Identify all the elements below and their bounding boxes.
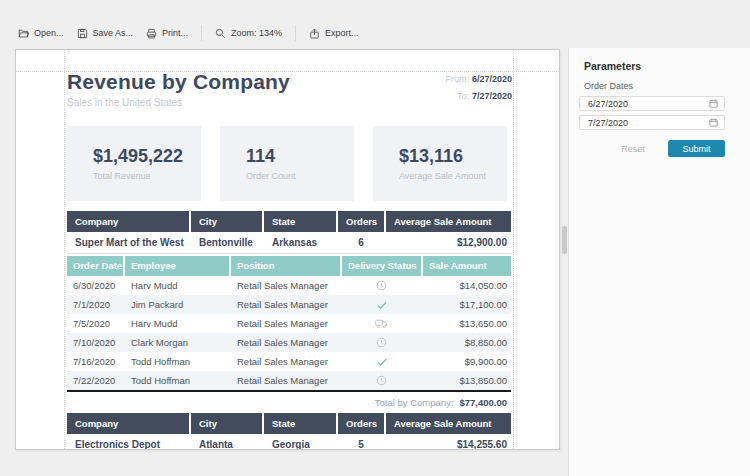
- save-icon: [77, 28, 88, 39]
- folder-open-icon: [18, 28, 29, 39]
- employee: Todd Hoffman: [125, 352, 229, 371]
- export-icon: [309, 28, 320, 39]
- position: Retail Sales Manager: [231, 371, 340, 390]
- company-state: Georgia: [264, 434, 336, 450]
- page-margin-line-right: [513, 50, 514, 449]
- open-button[interactable]: Open...: [18, 28, 64, 39]
- total-revenue-label: Total Revenue: [93, 171, 201, 181]
- company-name: Super Mart of the West: [67, 232, 189, 253]
- employee: Jim Packard: [125, 295, 229, 314]
- reset-button[interactable]: Reset: [609, 140, 657, 157]
- column-header: Employee: [125, 256, 229, 276]
- report-page: Revenue by Company Sales in the United S…: [15, 49, 560, 450]
- column-header: City: [191, 211, 262, 232]
- order-date: 6/30/2020: [67, 276, 123, 295]
- employee: Harv Mudd: [125, 314, 229, 333]
- parameters-title: Parameters: [584, 60, 641, 72]
- column-header: Position: [231, 256, 340, 276]
- column-header: City: [191, 413, 262, 434]
- column-header: Average Sale Amount: [386, 211, 511, 232]
- toolbar-divider: [295, 25, 296, 41]
- company-name: Electronics Depot: [67, 434, 189, 450]
- export-button[interactable]: Export...: [309, 28, 359, 39]
- total-revenue-value: $1,495,222: [93, 146, 201, 167]
- sale-amount: $14,050.00: [423, 276, 511, 295]
- company-city: Bentonville: [191, 232, 262, 253]
- sale-amount: $8,850.00: [423, 333, 511, 352]
- date-to-input[interactable]: [580, 118, 709, 128]
- sale-amount: $13,650.00: [423, 314, 511, 333]
- save-as-button-label: Save As...: [93, 28, 134, 38]
- average-sale-label: Average Sale Amount: [399, 171, 507, 181]
- from-label: From:: [445, 74, 469, 84]
- column-header: State: [264, 413, 336, 434]
- company-avg-sale: $14,255.60: [386, 434, 511, 450]
- summary-cards: $1,495,222 Total Revenue 114 Order Count…: [67, 126, 507, 201]
- order-count-label: Order Count: [246, 171, 354, 181]
- employee: Todd Hoffman: [125, 371, 229, 390]
- detail-table-header: Order Date Employee Position Delivery St…: [67, 256, 511, 276]
- export-button-label: Export...: [325, 28, 359, 38]
- print-button[interactable]: Print...: [146, 28, 188, 39]
- report-header: Revenue by Company Sales in the United S…: [67, 70, 512, 108]
- date-from-field[interactable]: [579, 96, 725, 111]
- company-orders: 5: [338, 434, 384, 450]
- sale-amount: $9,900.00: [423, 352, 511, 371]
- document-preview-area: Revenue by Company Sales in the United S…: [0, 48, 568, 476]
- employee: Clark Morgan: [125, 333, 229, 352]
- calendar-icon[interactable]: [709, 118, 718, 127]
- submit-button[interactable]: Submit: [668, 140, 725, 157]
- clock-icon: [342, 371, 421, 390]
- order-date: 7/10/2020: [67, 333, 123, 352]
- date-from-input[interactable]: [580, 99, 709, 109]
- column-header: Orders: [338, 211, 384, 232]
- table-row: 7/1/2020 Jim Packard Retail Sales Manage…: [67, 295, 511, 314]
- column-header: Sale Amount: [423, 256, 511, 276]
- save-as-button[interactable]: Save As...: [77, 28, 134, 39]
- column-header: Company: [67, 211, 189, 232]
- order-date: 7/22/2020: [67, 371, 123, 390]
- column-header: Delivery Status: [342, 256, 421, 276]
- date-range-from: From:6/27/2020: [445, 71, 512, 88]
- company-table-header: Company City State Orders Average Sale A…: [67, 211, 511, 232]
- zoom-button[interactable]: Zoom: 134%: [215, 28, 282, 39]
- column-header: Orders: [338, 413, 384, 434]
- date-to-field[interactable]: [579, 115, 725, 130]
- column-header: State: [264, 211, 336, 232]
- table-row: 7/16/2020 Todd Hoffman Retail Sales Mana…: [67, 352, 511, 371]
- magnifier-icon: [215, 28, 226, 39]
- company-summary-row: Electronics Depot Atlanta Georgia 5 $14,…: [67, 434, 511, 450]
- date-range: From:6/27/2020 To:7/27/2020: [445, 71, 512, 105]
- sale-amount: $13,850.00: [423, 371, 511, 390]
- summary-card-average-sale: $13,116 Average Sale Amount: [373, 126, 507, 201]
- position: Retail Sales Manager: [231, 314, 340, 333]
- zoom-level-label: Zoom: 134%: [231, 28, 282, 38]
- column-header: Order Date: [67, 256, 123, 276]
- order-dates-label: Order Dates: [584, 81, 633, 91]
- order-count-value: 114: [246, 146, 354, 167]
- company-city: Atlanta: [191, 434, 262, 450]
- total-by-company-value: $77,400.00: [459, 397, 507, 408]
- position: Retail Sales Manager: [231, 295, 340, 314]
- average-sale-value: $13,116: [399, 146, 507, 167]
- summary-card-total-revenue: $1,495,222 Total Revenue: [67, 126, 201, 201]
- position: Retail Sales Manager: [231, 276, 340, 295]
- company-orders: 6: [338, 232, 384, 253]
- table-row: 7/10/2020 Clark Morgan Retail Sales Mana…: [67, 333, 511, 352]
- company-avg-sale: $12,900.00: [386, 232, 511, 253]
- company-summary-row: Super Mart of the West Bentonville Arkan…: [67, 232, 511, 254]
- employee: Harv Mudd: [125, 276, 229, 295]
- order-date: 7/1/2020: [67, 295, 123, 314]
- column-header: Average Sale Amount: [386, 413, 511, 434]
- column-header: Company: [67, 413, 189, 434]
- vertical-scrollbar-thumb[interactable]: [562, 226, 567, 254]
- calendar-icon[interactable]: [709, 99, 718, 108]
- table-row: 7/22/2020 Todd Hoffman Retail Sales Mana…: [67, 371, 511, 390]
- order-date: 7/5/2020: [67, 314, 123, 333]
- order-date: 7/16/2020: [67, 352, 123, 371]
- truck-icon: [342, 314, 421, 333]
- printer-icon: [146, 28, 157, 39]
- to-value: 7/27/2020: [472, 91, 512, 101]
- toolbar-divider: [201, 25, 202, 41]
- table-row: 6/30/2020 Harv Mudd Retail Sales Manager…: [67, 276, 511, 295]
